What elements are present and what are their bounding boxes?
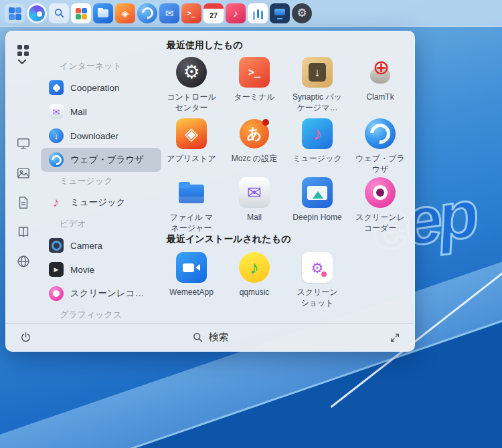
grid-row: アプリストア Mozc の設定 ミュージック ウェブ・ブラ ウザ	[160, 118, 412, 175]
expand-icon	[389, 332, 401, 344]
grid-item-terminal[interactable]: ターミナル	[223, 57, 286, 113]
grid-row: コントロール センター ターミナル Synaptic パッ ケージマ… Clam…	[160, 57, 412, 113]
music-icon[interactable]	[226, 3, 246, 23]
app-grid: 最近使用したもの コントロール センター ターミナル Synaptic パッ ケ…	[160, 31, 415, 324]
grid-item-clamtk[interactable]: ClamTk	[349, 57, 412, 113]
category-video: ビデオ	[41, 215, 161, 233]
rail-item-office[interactable]	[15, 224, 31, 240]
power-button[interactable]	[17, 329, 34, 346]
qqmusic-note-icon	[239, 252, 270, 283]
grid-item-app-store[interactable]: アプリストア	[160, 118, 223, 175]
launcher-icon[interactable]	[5, 3, 25, 23]
wemeet-video-icon	[176, 252, 207, 283]
grid-view-icon	[17, 45, 22, 49]
recently-used-heading: 最近使用したもの	[167, 39, 242, 51]
sidebar-item-screen-recorder[interactable]: スクリーンレコ…	[41, 282, 161, 306]
grid-row: WemeetApp qqmusic スクリーン ショット	[160, 252, 412, 308]
grid-item-mozc-settings[interactable]: Mozc の設定	[223, 118, 286, 175]
dock: 27	[0, 0, 502, 27]
camera-icon	[49, 238, 64, 253]
mail-icon[interactable]	[159, 3, 179, 23]
rail-item-documents[interactable]	[15, 195, 31, 211]
sidebar-item-cooperation[interactable]: Cooperation	[41, 76, 161, 100]
category-music: ミュージック	[41, 172, 161, 191]
display-icon[interactable]	[270, 3, 290, 23]
app-store-icon	[176, 118, 207, 149]
settings-gear-icon[interactable]	[292, 3, 312, 23]
launcher-bottom-bar: 検索	[6, 323, 414, 351]
grid-item-deepin-home[interactable]: Deepin Home	[286, 177, 349, 233]
display-icon	[16, 136, 31, 151]
screen-recorder-lens-icon	[365, 177, 396, 208]
grid-item-mail[interactable]: Mail	[223, 177, 286, 233]
calendar-icon[interactable]: 27	[203, 3, 224, 23]
grid-item-synaptic[interactable]: Synaptic パッ ケージマ…	[286, 57, 349, 113]
search-bar[interactable]: 検索	[34, 331, 386, 344]
grid-row: ファイル マ ネージャー Mail Deepin Home スクリーンレ コーダ…	[160, 177, 412, 233]
grid-item-control-center[interactable]: コントロール センター	[160, 57, 223, 113]
grid-item-wemeetapp[interactable]: WemeetApp	[160, 252, 223, 308]
globe-icon	[16, 254, 31, 269]
grid-item-music[interactable]: ミュージック	[286, 118, 349, 175]
rail-item-system[interactable]	[15, 253, 31, 269]
launcher-panel: インターネット Cooperation Mail Downloader ウェブ・…	[5, 31, 415, 352]
file-manager-icon[interactable]	[93, 3, 113, 23]
browser-icon[interactable]	[137, 3, 157, 23]
search-label: 検索	[209, 331, 229, 344]
rail-nav	[6, 136, 41, 269]
synaptic-download-icon	[302, 57, 333, 88]
sidebar-item-mail[interactable]: Mail	[41, 100, 161, 124]
grid-item-screenshot[interactable]: スクリーン ショット	[286, 252, 349, 308]
music-note-icon	[302, 118, 333, 149]
category-internet: インターネット	[41, 57, 161, 76]
browser-icon	[49, 152, 64, 167]
mozc-icon	[239, 118, 270, 149]
category-rail	[6, 31, 41, 324]
clamtk-target-icon	[365, 57, 396, 88]
mail-icon	[49, 104, 64, 119]
image-icon	[16, 166, 31, 181]
app-store-icon[interactable]	[115, 3, 135, 23]
view-mode-toggle[interactable]	[15, 43, 31, 66]
grid-item-file-manager[interactable]: ファイル マ ネージャー	[160, 177, 223, 233]
sidebar-item-music[interactable]: ミュージック	[41, 191, 161, 215]
terminal-icon[interactable]	[181, 3, 201, 23]
sidebar-item-web-browser[interactable]: ウェブ・ブラウザ	[41, 148, 161, 172]
chevron-down-icon	[17, 59, 27, 65]
deepin-logo-icon[interactable]	[27, 3, 47, 23]
book-icon	[16, 225, 31, 239]
category-graphics: グラフィックス	[41, 306, 161, 324]
screen-recorder-icon	[49, 286, 64, 301]
grid-item-web-browser[interactable]: ウェブ・ブラ ウザ	[349, 118, 412, 175]
envelope-icon	[239, 177, 270, 208]
voice-notes-icon[interactable]	[248, 3, 268, 23]
recently-installed-heading: 最近インストールされたもの	[167, 233, 290, 245]
app-list: インターネット Cooperation Mail Downloader ウェブ・…	[41, 57, 161, 324]
deepin-home-photo-icon	[302, 177, 333, 208]
widgets-icon[interactable]	[71, 3, 91, 23]
sidebar-item-downloader[interactable]: Downloader	[41, 124, 161, 148]
sidebar-item-movie[interactable]: Movie	[41, 257, 161, 282]
rail-item-display[interactable]	[15, 136, 31, 152]
rail-item-pictures[interactable]	[15, 165, 31, 181]
terminal-icon	[239, 57, 270, 88]
fullscreen-toggle-button[interactable]	[386, 329, 404, 346]
search-icon	[192, 332, 203, 343]
power-icon	[19, 331, 32, 344]
cooperation-icon	[49, 80, 64, 95]
document-icon	[16, 195, 31, 210]
browser-globe-icon	[365, 118, 396, 149]
downloader-icon	[49, 128, 64, 143]
music-note-icon	[49, 195, 64, 210]
screenshot-app-icon	[302, 252, 333, 283]
grid-item-screen-recorder[interactable]: スクリーンレ コーダー	[349, 177, 412, 233]
desktop: eep 27	[0, 0, 502, 448]
screenshot-tool-icon[interactable]	[49, 3, 69, 23]
sidebar-item-camera[interactable]: Camera	[41, 233, 161, 257]
grid-item-qqmusic[interactable]: qqmusic	[223, 252, 286, 308]
calendar-day: 27	[210, 11, 218, 19]
movie-play-icon	[49, 262, 64, 277]
control-center-gear-icon	[176, 57, 207, 88]
folder-icon	[176, 177, 207, 208]
